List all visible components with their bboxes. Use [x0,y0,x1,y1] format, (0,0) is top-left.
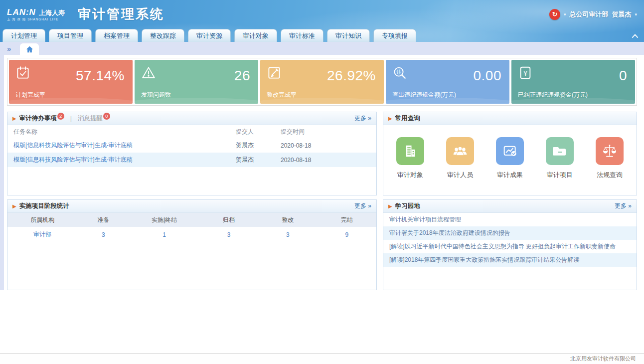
refresh-icon[interactable]: ↻ [549,9,560,20]
main-nav: 计划管理 项目管理 档案管理 整改跟踪 审计资源 审计对象 审计标准 审计知识 … [0,28,644,42]
column-finish: 完结 [318,216,376,224]
panel-stage-statistics: ▶ 实施项目阶段统计 更多 » 所属机构 准备 实施|终结 归档 整改 完结 审… [7,199,377,290]
query-label: 法规查询 [597,171,623,180]
warning-icon [141,65,156,80]
todo-time: 2020-08-18 [281,142,335,149]
column-submitter: 提交人 [236,128,281,136]
tab-audit-objects[interactable]: 审计对象 [234,29,277,42]
page-title: 审计管理系统 [78,5,164,23]
tab-archive-management[interactable]: 档案管理 [95,29,138,42]
table-row: 模版[信息科技风险评估与审计]生成-审计底稿 贺晨杰 2020-08-18 [7,138,376,153]
app-header: LAN:N 上海人寿 上 海 保 险 SHANGHAI LIFE 审计管理系统 … [0,0,644,42]
stat-card-rectification-completion: 26.92% 整改完成率 [260,60,384,104]
todo-tab[interactable]: 审计待办事项 [19,114,57,123]
stage-panel-title: 实施项目阶段统计 [19,202,69,210]
logo-company-name: 上海人寿 [39,9,65,16]
expand-icon[interactable]: » [4,43,14,55]
svg-text:违: 违 [396,69,401,75]
query-audit-results[interactable]: 审计成果 [496,137,524,180]
column-organization: 所属机构 [7,216,78,224]
list-item[interactable]: [解读]2018年第四季度国家重大政策措施落实情况跟踪审计结果公告解读 [383,253,637,267]
dashboard: 57.14% 计划完成率 26 发现问题数 26.92% 整改完成率 [0,55,644,290]
panel-arrow-icon: ▶ [388,116,392,121]
tab-audit-resources[interactable]: 审计资源 [188,29,231,42]
todo-task-link[interactable]: 模版[信息科技风险评估与审计]生成-审计底稿 [13,156,133,163]
query-panel-title: 常用查询 [395,114,420,123]
stat-card-plan-completion: 57.14% 计划完成率 [9,60,133,104]
learning-panel-title: 学习园地 [395,202,420,210]
query-regulations[interactable]: 法规查询 [596,137,624,180]
tab-audit-knowledge[interactable]: 审计知识 [327,29,370,42]
stage-count-link[interactable]: 3 [286,231,290,238]
stage-count-link[interactable]: 1 [162,231,166,238]
stat-value: 26.92% [327,68,376,84]
column-task-name: 任务名称 [13,128,236,136]
stat-value: 57.14% [76,68,125,84]
stat-label: 查出违纪违规金额(万元) [392,91,456,99]
panel-audit-todo: ▶ 审计待办事项2 | 消息提醒0 更多 » 任务名称 提交人 提交时间 模版[… [7,112,377,195]
chevron-down-icon[interactable]: ▾ [635,12,637,17]
scales-icon [602,143,618,159]
panel-arrow-icon: ▶ [12,203,16,209]
stat-label: 计划完成率 [15,91,45,99]
panel-arrow-icon: ▶ [388,203,392,209]
yuan-icon: ¥ [518,65,533,80]
user-name[interactable]: 贺晨杰 [612,10,631,19]
column-rectify: 整改 [258,216,317,224]
learning-more-link[interactable]: 更多 » [615,202,632,210]
tab-project-management[interactable]: 项目管理 [49,29,92,42]
column-prepare: 准备 [78,216,130,224]
panel-arrow-icon: ▶ [12,116,16,121]
list-item[interactable]: [解读]以习近平新时代中国特色社会主义思想为指导 更好担负起审计工作新职责新使命 [383,240,637,253]
panel-learning-corner: ▶ 学习园地 更多 » 审计机关审计项目流程管理 审计署关于2018年度法治政府… [383,199,637,290]
edit-note-icon [267,65,282,80]
separator: | [70,115,72,122]
query-label: 审计项目 [547,171,573,180]
table-row: 审计部 3 1 3 3 9 [7,227,376,242]
stat-label: 发现问题数 [141,91,171,99]
stat-cards: 57.14% 计划完成率 26 发现问题数 26.92% 整改完成率 [7,58,637,106]
todo-submitter: 贺晨杰 [236,156,281,164]
tab-special-reporting[interactable]: 专项填报 [373,29,416,42]
company-logo: LAN:N 上海人寿 上 海 保 险 SHANGHAI LIFE [7,8,65,21]
todo-count-badge: 2 [57,113,64,120]
stage-count-link[interactable]: 9 [345,231,348,238]
chart-report-icon [502,143,518,159]
todo-task-link[interactable]: 模版[信息科技风险评估与审计]生成-审计底稿 [13,142,133,149]
query-label: 审计人员 [447,171,473,180]
message-reminder-tab[interactable]: 消息提醒 [78,114,103,123]
query-audit-projects[interactable]: 审计项目 [546,137,574,180]
panel-common-queries: ▶ 常用查询 审计对象 [383,112,637,195]
stat-label: 整改完成率 [267,91,297,99]
query-label: 审计成果 [497,171,523,180]
todo-table-header: 任务名称 提交人 提交时间 [7,125,376,138]
tab-home[interactable] [20,43,39,55]
tab-plan-management[interactable]: 计划管理 [2,29,45,42]
todo-time: 2020-08-18 [281,157,335,164]
query-audit-personnel[interactable]: 审计人员 [446,137,474,180]
stage-org-link[interactable]: 审计部 [33,231,51,238]
list-item[interactable]: 审计署关于2018年度法治政府建设情况的报告 [383,226,637,240]
tab-rectification-tracking[interactable]: 整改跟踪 [142,29,184,42]
todo-more-link[interactable]: 更多 » [354,114,371,123]
query-audit-objects[interactable]: 审计对象 [396,137,424,180]
stat-card-corrected-funds: ¥ 0 已纠正违纪违规资金(万元) [511,60,635,104]
column-implement: 实施|终结 [129,216,199,224]
query-label: 审计对象 [397,171,423,180]
list-item[interactable]: 审计机关审计项目流程管理 [383,213,637,226]
stat-card-problems-found: 26 发现问题数 [135,60,258,104]
stat-label: 已纠正违纪违规资金(万元) [518,91,588,99]
logo-wordmark: LAN:N [7,8,36,16]
stage-more-link[interactable]: 更多 » [354,202,371,210]
chevron-down-icon[interactable]: ▾ [564,12,566,17]
chevron-up-icon[interactable] [631,33,639,39]
tab-audit-standards[interactable]: 审计标准 [281,29,323,42]
stage-count-link[interactable]: 3 [227,231,231,238]
user-department[interactable]: 总公司审计部 [569,10,608,19]
svg-text:¥: ¥ [523,69,528,77]
logo-subtitle: 上 海 保 险 SHANGHAI LIFE [7,18,65,21]
stat-value: 26 [234,68,250,84]
people-icon [452,143,468,159]
stage-count-link[interactable]: 3 [102,231,105,238]
violation-search-icon: 违 [392,65,407,80]
